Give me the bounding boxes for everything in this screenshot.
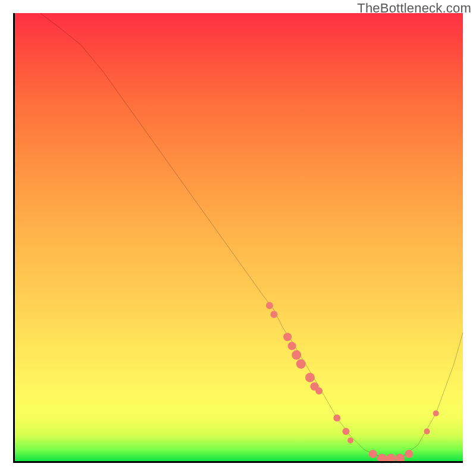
data-point	[296, 359, 306, 369]
data-point	[271, 311, 278, 318]
data-point	[377, 453, 387, 463]
data-point	[333, 414, 340, 421]
data-point	[386, 453, 396, 463]
data-point	[315, 387, 322, 394]
data-point	[405, 450, 413, 458]
data-point	[292, 350, 301, 360]
data-point	[395, 453, 405, 463]
points-layer	[13, 13, 463, 463]
data-point	[433, 411, 439, 416]
plot-area	[13, 13, 463, 463]
data-point	[288, 342, 296, 350]
chart-container: TheBottleneck.com	[0, 0, 476, 476]
data-point	[283, 333, 292, 341]
data-point	[266, 302, 273, 309]
data-point	[347, 437, 353, 443]
data-point	[342, 428, 349, 435]
data-point	[369, 450, 377, 458]
data-point	[305, 372, 315, 382]
data-point	[424, 428, 430, 434]
